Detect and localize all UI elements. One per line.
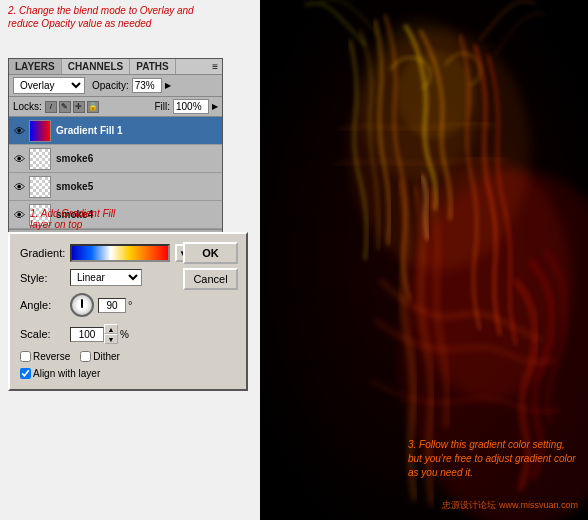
align-checkbox-label[interactable]: Align with layer	[20, 368, 100, 379]
lock-paint-icon[interactable]: ✎	[59, 101, 71, 113]
align-row: Align with layer	[20, 368, 236, 379]
lock-all-icon[interactable]: 🔒	[87, 101, 99, 113]
blend-mode-select[interactable]: Overlay Normal Multiply Screen	[13, 77, 85, 94]
eye-icon-2[interactable]: 👁	[12, 180, 26, 194]
reverse-checkbox[interactable]	[20, 351, 31, 362]
annotation-top: 2. Change the blend mode to Overlay and …	[8, 4, 208, 30]
fill-input[interactable]	[173, 99, 209, 114]
locks-row: Locks: / ✎ ✛ 🔒 Fill: ▶	[9, 97, 222, 117]
layer-thumb-smoke6	[29, 148, 51, 170]
lock-icons: / ✎ ✛ 🔒	[45, 101, 99, 113]
fill-label: Fill:	[154, 101, 170, 112]
scale-down-button[interactable]: ▼	[104, 334, 118, 344]
layer-row-smoke6[interactable]: 👁 smoke6	[9, 145, 222, 173]
eye-icon-1[interactable]: 👁	[12, 152, 26, 166]
blend-opacity-row: Overlay Normal Multiply Screen Opacity: …	[9, 75, 222, 97]
eye-icon-0[interactable]: 👁	[12, 124, 26, 138]
degree-symbol: °	[128, 299, 132, 311]
checkbox-row: Reverse Dither	[20, 351, 236, 362]
dither-label: Dither	[93, 351, 120, 362]
layer-row-smoke5[interactable]: 👁 smoke5	[9, 173, 222, 201]
ok-button[interactable]: OK	[183, 242, 238, 264]
layers-menu-button[interactable]: ≡	[208, 59, 222, 74]
layer-thumb-gradient	[29, 120, 51, 142]
tab-paths[interactable]: PATHS	[130, 59, 175, 74]
layer-thumb-smoke5	[29, 176, 51, 198]
reverse-label: Reverse	[33, 351, 70, 362]
gradient-dialog: OK Cancel Gradient: ▼ Style: Linear Radi…	[8, 232, 248, 391]
scale-input[interactable]	[70, 327, 104, 342]
opacity-input[interactable]	[132, 78, 162, 93]
dither-checkbox-label[interactable]: Dither	[80, 351, 120, 362]
gradient-preview[interactable]	[70, 244, 170, 262]
layer-name-1: smoke6	[56, 153, 93, 164]
style-label: Style:	[20, 272, 70, 284]
annotation-bottom: 1. Add Gradient Fill layer on top	[30, 208, 115, 230]
dither-checkbox[interactable]	[80, 351, 91, 362]
layers-tabs: LAYERS CHANNELS PATHS ≡	[9, 59, 222, 75]
watermark: 忠源设计论坛 www.missvuan.com	[442, 499, 578, 512]
gradient-field-label: Gradient:	[20, 247, 70, 259]
tab-layers[interactable]: LAYERS	[9, 59, 62, 74]
cancel-button[interactable]: Cancel	[183, 268, 238, 290]
scale-stepper: ▲ ▼	[104, 324, 118, 344]
angle-row: Angle: °	[20, 293, 236, 317]
photo-panel: 3. Follow this gradient color setting, b…	[260, 0, 588, 520]
scale-label: Scale:	[20, 328, 70, 340]
tab-channels[interactable]: CHANNELS	[62, 59, 131, 74]
angle-label: Angle:	[20, 299, 70, 311]
locks-label: Locks:	[13, 101, 42, 112]
percent-symbol: %	[120, 329, 129, 340]
layer-name-0: Gradient Fill 1	[56, 125, 123, 136]
eye-icon-3[interactable]: 👁	[12, 208, 26, 222]
opacity-label: Opacity:	[92, 80, 129, 91]
scale-row: Scale: ▲ ▼ %	[20, 324, 236, 344]
reverse-checkbox-label[interactable]: Reverse	[20, 351, 70, 362]
lock-transparent-icon[interactable]: /	[45, 101, 57, 113]
annotation-right: 3. Follow this gradient color setting, b…	[408, 438, 578, 480]
layer-name-2: smoke5	[56, 181, 93, 192]
align-label: Align with layer	[33, 368, 100, 379]
fill-arrow[interactable]: ▶	[212, 102, 218, 111]
scale-up-button[interactable]: ▲	[104, 324, 118, 334]
opacity-arrow[interactable]: ▶	[165, 81, 171, 90]
layer-row-gradient[interactable]: 👁 Gradient Fill 1	[9, 117, 222, 145]
lock-move-icon[interactable]: ✛	[73, 101, 85, 113]
angle-input[interactable]	[98, 298, 126, 313]
style-select[interactable]: Linear Radial Angle Reflected Diamond	[70, 269, 142, 286]
angle-dial[interactable]	[70, 293, 94, 317]
align-checkbox[interactable]	[20, 368, 31, 379]
